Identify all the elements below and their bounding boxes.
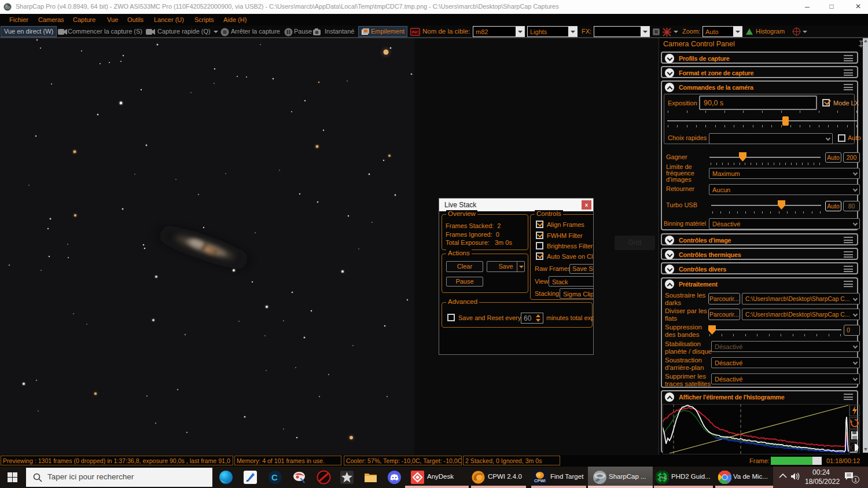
svg-text:C: C <box>271 472 278 482</box>
svg-text:INC: INC <box>411 30 420 35</box>
svg-text:CPWI: CPWI <box>534 478 546 483</box>
svg-text:PHD: PHD <box>660 476 667 479</box>
